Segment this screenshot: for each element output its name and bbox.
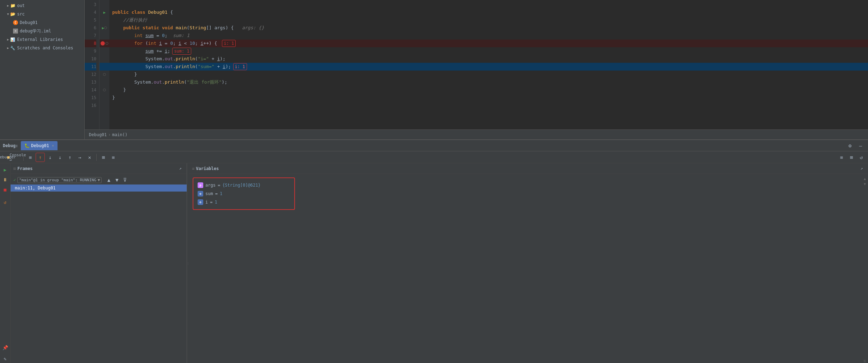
run-icon-4[interactable]: ▶: [103, 10, 106, 15]
line-num-16: 16: [85, 102, 96, 109]
variables-expand-btn[interactable]: ↗: [858, 165, 865, 172]
var-i-8b: i: [179, 40, 181, 47]
debug-left-toolbar: ▶ ⏸ ■ ↺ 📌 ✎: [0, 163, 11, 363]
variables-icon: ≡: [192, 166, 194, 171]
paren-close-6: ) {: [225, 24, 236, 32]
line-num-13: 13: [85, 78, 96, 86]
sidebar-item-label: Debug01: [20, 20, 38, 25]
method-println-13: println: [165, 78, 184, 86]
sidebar-item-src[interactable]: ▼ 📂 src: [0, 10, 84, 18]
run-icon-6[interactable]: ▶: [102, 26, 104, 30]
line-num-15: 15: [85, 94, 96, 102]
gutter-9: [100, 47, 109, 55]
toolbar-step-over-btn[interactable]: ↑: [36, 153, 45, 162]
bookmark-6: [104, 26, 107, 29]
gutter-11: [100, 63, 109, 71]
code-9a: [112, 47, 145, 55]
line-num-10: 10: [85, 55, 96, 63]
toolbar-run-to-cursor-btn[interactable]: ↑: [65, 153, 74, 162]
resume-btn[interactable]: ▶: [1, 165, 10, 174]
toolbar-force-step-btn[interactable]: ✕: [85, 153, 94, 162]
line-num-6: 6: [85, 24, 96, 32]
toolbar-evaluate-btn[interactable]: →: [75, 153, 84, 162]
kw-class: class: [132, 8, 148, 16]
debug-settings-btn[interactable]: ⚙: [845, 141, 855, 150]
toolbar-right-1[interactable]: ≡: [837, 153, 846, 162]
code-8c: <: [181, 40, 189, 47]
hint-box-sum-9: sum: 1: [172, 48, 191, 55]
var-eq-sum: =: [215, 191, 218, 196]
debug-tab-debug01[interactable]: 🐛 Debug01 ✕: [21, 141, 58, 150]
toolbar-threads-btn[interactable]: ≡: [109, 153, 118, 162]
folder-icon: 📁: [10, 3, 16, 8]
sidebar-item-iml[interactable]: ≡ debug学习.iml: [0, 27, 84, 35]
thread-down-btn[interactable]: ▼: [113, 176, 120, 183]
breadcrumb-main: main(): [112, 132, 127, 137]
thread-filter-btn[interactable]: ⊽: [121, 176, 128, 183]
sidebar-item-label: debug学习.iml: [20, 28, 51, 34]
code-8b: ;: [173, 40, 179, 47]
method-main: main: [176, 24, 187, 32]
debug-tab-name: Debug01: [31, 143, 49, 148]
debug-tab-icon: 🐛: [24, 143, 30, 148]
frame-item-main[interactable]: main:11, Debug01: [11, 184, 187, 192]
line-num-3: 3: [85, 1, 96, 8]
sidebar: ▶ 📁 out ▼ 📂 src C Debug01 ≡ debug学习.iml …: [0, 0, 85, 139]
bookmark-12: [103, 73, 106, 76]
pin-btn[interactable]: 📌: [1, 343, 10, 352]
debug-panel: Debug: 🐛 Debug01 ✕ ⚙ — Debugger ■ Consol…: [0, 139, 868, 363]
line-num-5: 5: [85, 16, 96, 24]
toolbar-sep-2: [96, 154, 97, 161]
thread-up-btn[interactable]: ▲: [105, 176, 112, 183]
code-line-16: [109, 102, 868, 109]
code-11e: );: [225, 63, 231, 71]
thread-check-icon: ✓: [13, 177, 16, 182]
scroll-copy-btn[interactable]: ⎘: [864, 359, 866, 363]
rerun-btn[interactable]: ↺: [1, 198, 10, 206]
stop-btn[interactable]: ■: [1, 185, 10, 194]
sidebar-item-ext-libs[interactable]: ▶ 📊 External Libraries: [0, 35, 84, 44]
var-badge-p: p: [198, 182, 203, 188]
toolbar-step-out-btn[interactable]: ↓: [55, 153, 65, 162]
toolbar-layout-btn[interactable]: ≡: [26, 153, 35, 162]
frames-expand-btn[interactable]: ↗: [177, 165, 184, 172]
debug-minimize-btn[interactable]: —: [856, 141, 865, 150]
sidebar-item-label: out: [17, 3, 25, 8]
sidebar-item-out[interactable]: ▶ 📁 out: [0, 1, 84, 10]
sidebar-item-scratches[interactable]: ▶ 🔧 Scratches and Consoles: [0, 44, 84, 52]
debug-tab-close[interactable]: ✕: [52, 144, 54, 147]
kw-void: void: [162, 24, 176, 32]
var-item-sum[interactable]: o sum = 1: [193, 189, 294, 198]
scroll-down-arrow[interactable]: ▼: [864, 182, 866, 186]
str-exit: "退出 for循环": [187, 78, 222, 86]
chevron-down-icon: ▼: [7, 12, 9, 16]
gutter-8: [100, 40, 109, 47]
code-area[interactable]: public class Debug01 { //逐行执行 public sta…: [109, 0, 868, 129]
toolbar-frames-btn[interactable]: ⊞: [99, 153, 108, 162]
sidebar-item-debug01[interactable]: C Debug01: [0, 18, 84, 27]
toolbar-right-2[interactable]: ⊞: [847, 153, 856, 162]
cls-debug01: Debug01: [148, 8, 168, 16]
scroll-up-arrow[interactable]: ▲: [864, 177, 866, 181]
str-i-10: "i=": [198, 55, 212, 63]
console-tab[interactable]: ■ Console ↵: [12, 153, 21, 162]
var-item-args[interactable]: p args = {String[0]@621}: [193, 181, 294, 189]
gutter-15: [100, 94, 109, 102]
var-i-9: i: [165, 47, 168, 55]
var-item-i[interactable]: o i = 1: [193, 198, 294, 206]
pause-btn[interactable]: ⏸: [1, 175, 10, 184]
bracket-6: []: [206, 24, 214, 32]
thread-dropdown[interactable]: "main"@1 in group "main": RUNNING ▼: [17, 177, 102, 183]
code-line-4: public class Debug01 {: [109, 8, 868, 16]
breakpoint-8[interactable]: [101, 41, 105, 46]
toolbar-right-3[interactable]: ↺: [857, 153, 866, 162]
toolbar-step-into-btn[interactable]: ↓: [46, 153, 55, 162]
code-8a: =: [162, 40, 170, 47]
var-name-i: i: [205, 200, 208, 205]
settings-btn-left[interactable]: ✎: [1, 355, 10, 363]
code-10b: .: [173, 55, 176, 63]
code-8d: ;: [195, 40, 201, 47]
sidebar-item-label: Scratches and Consoles: [17, 46, 73, 50]
code-line-12: }: [109, 71, 868, 78]
dropdown-arrow: ▼: [98, 178, 100, 182]
